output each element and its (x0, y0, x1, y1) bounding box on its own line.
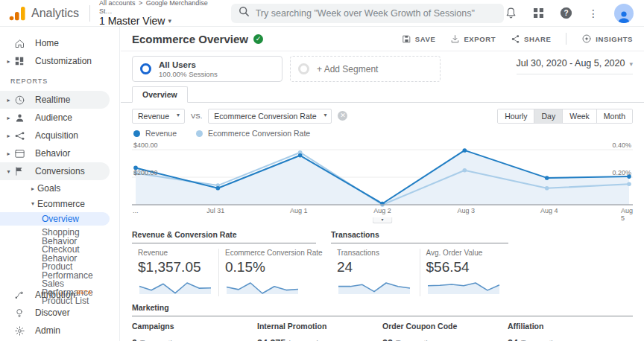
sidebar-item-checkout-behavior[interactable]: Checkout Behavior (0, 246, 113, 263)
search-input[interactable] (256, 8, 496, 19)
share-button[interactable]: SHARE (511, 34, 551, 44)
analytics-logo[interactable]: Analytics (9, 6, 79, 21)
attribution-icon (13, 289, 25, 301)
svg-text:?: ? (564, 9, 568, 17)
sidebar-item-acquisition[interactable]: ▸ Acquisition (0, 127, 119, 144)
y-axis-tick-left-400: $400.00 (133, 141, 158, 149)
admin-gear-icon (13, 325, 25, 337)
granularity-month[interactable]: Month (596, 109, 632, 123)
export-button[interactable]: EXPORT (450, 34, 496, 44)
apps-grid-icon[interactable] (531, 7, 545, 20)
marketing-col-order-coupon-code: Order Coupon Code 22Transactions $1,309.… (382, 322, 508, 341)
sidebar-item-realtime[interactable]: ▸ Realtime (0, 91, 110, 109)
timeseries-chart: $400.00 $200.00 0.40% 0.20% ... Jul 31 A… (132, 141, 633, 226)
sidebar-item-conversions[interactable]: ▾ Conversions (0, 162, 110, 180)
customization-icon (13, 55, 25, 67)
notifications-bell-icon[interactable] (504, 7, 517, 20)
sidebar: Home ▸ Customization REPORTS ▸ Realtime … (0, 27, 120, 341)
collapse-arrow-icon: ▾ (4, 168, 13, 175)
expand-arrow-icon: ▸ (28, 185, 37, 192)
primary-metric-select[interactable]: Revenue▾ (132, 109, 185, 124)
y-axis-tick-right-040: 0.40% (612, 141, 631, 149)
header-divider (89, 5, 90, 22)
sidebar-item-shopping-behavior[interactable]: Shopping Behavior (0, 229, 113, 246)
sidebar-item-audience[interactable]: ▸ Audience (0, 109, 119, 127)
beta-badge: BETA (77, 290, 92, 295)
account-switcher[interactable]: All accounts > Google Merchandise St… 1 … (99, 0, 218, 27)
scorecard-revenue[interactable]: Revenue $1,357.05 (132, 249, 218, 296)
realtime-clock-icon (13, 94, 25, 106)
scorecard-transactions[interactable]: Transactions 24 (331, 249, 420, 296)
x-tick: Aug 1 (290, 207, 308, 214)
search-icon (239, 6, 250, 20)
clear-metric-icon[interactable]: ✕ (338, 111, 347, 121)
vs-label: vs. (191, 112, 202, 120)
scorecards-section: Revenue & Conversion Rate Revenue $1,357… (132, 230, 633, 296)
expand-arrow-icon: ▸ (4, 97, 13, 103)
tab-overview[interactable]: Overview (132, 86, 188, 103)
expand-arrow-icon: ▸ (4, 150, 13, 157)
sparkline-chart (337, 277, 411, 296)
x-tick: Aug 5 (621, 207, 633, 222)
marketing-col-campaigns: Campaigns 0Transactions $0.00Revenue $0.… (132, 322, 257, 341)
expand-arrow-icon: ▸ (4, 133, 13, 139)
sidebar-item-product-performance[interactable]: Product Performance (0, 263, 113, 280)
sidebar-item-attribution[interactable]: Attribution BETA (0, 286, 119, 304)
search-bar[interactable] (231, 4, 504, 23)
chevron-down-icon: ▾ (323, 112, 326, 118)
marketing-col-affiliation: Affiliation 24Transactions $1,357.05Reve… (508, 322, 633, 341)
chevron-down-icon: ▾ (168, 16, 171, 27)
annotations-toggle-handle[interactable]: ▾ (373, 217, 393, 223)
secondary-metric-select[interactable]: Ecommerce Conversion Rate▾ (208, 109, 332, 124)
product-name: Analytics (31, 7, 79, 20)
insights-icon (581, 34, 592, 44)
sidebar-item-behavior[interactable]: ▸ Behavior (0, 144, 119, 162)
legend-conversion-rate[interactable]: Ecommerce Conversion Rate (196, 129, 310, 138)
scorecard-group-title: Revenue & Conversion Rate (132, 230, 316, 243)
add-segment-button[interactable]: + Add Segment (290, 56, 441, 82)
granularity-hourly[interactable]: Hourly (498, 109, 534, 123)
view-name: 1 Master View (99, 16, 165, 27)
actions-divider (566, 33, 566, 45)
segment-circle-icon (298, 63, 309, 74)
marketing-col-internal-promotion: Internal Promotion 24,375Impressions (257, 322, 382, 341)
x-tick: Aug 4 (540, 207, 558, 214)
x-tick: ... (133, 207, 139, 214)
legend-revenue[interactable]: Revenue (133, 129, 177, 138)
reports-section-label: REPORTS (0, 70, 119, 91)
audience-person-icon (13, 112, 25, 124)
chart-plot-area (132, 141, 633, 208)
sidebar-item-goals[interactable]: ▸ Goals (0, 180, 119, 197)
save-button[interactable]: SAVE (402, 34, 436, 44)
more-vertical-icon[interactable]: ⋮ (587, 7, 600, 20)
expand-arrow-icon: ▸ (4, 115, 13, 121)
sidebar-item-admin[interactable]: Admin (0, 322, 119, 340)
insights-button[interactable]: INSIGHTS (581, 34, 633, 44)
help-icon[interactable]: ? (559, 7, 572, 20)
expand-arrow-icon: ▸ (4, 58, 13, 65)
granularity-day[interactable]: Day (534, 109, 562, 123)
sidebar-item-ecommerce-overview[interactable]: Overview (0, 212, 110, 226)
date-range-picker[interactable]: Jul 30, 2020 - Aug 5, 2020▾ (517, 58, 633, 74)
save-icon (402, 34, 411, 44)
granularity-week[interactable]: Week (562, 109, 596, 123)
export-download-icon (450, 34, 460, 44)
scorecard-avg-order-value[interactable]: Avg. Order Value $56.54 (420, 249, 509, 296)
chevron-down-icon: ▾ (629, 60, 633, 68)
marketing-section: Marketing Campaigns 0Transactions $0.00R… (132, 303, 633, 341)
sidebar-item-home[interactable]: Home (0, 34, 119, 52)
x-axis-labels: ... Jul 31 Aug 1 Aug 2 Aug 3 Aug 4 Aug 5 (132, 207, 633, 216)
sidebar-item-ecommerce[interactable]: ▾ Ecommerce (0, 197, 119, 211)
user-avatar[interactable] (614, 4, 634, 23)
granularity-control: Hourly Day Week Month (497, 109, 633, 124)
page-title: Ecommerce Overview (132, 33, 248, 45)
sidebar-item-customization[interactable]: ▸ Customization (0, 52, 119, 70)
segment-circle-icon (140, 63, 151, 74)
marketing-title: Marketing (132, 303, 633, 316)
sparkline-chart (138, 277, 212, 296)
sidebar-item-discover[interactable]: Discover (0, 304, 119, 322)
scorecard-conversion-rate[interactable]: Ecommerce Conversion Rate 0.15% (218, 249, 329, 296)
segment-all-users[interactable]: All Users 100.00% Sessions (132, 56, 282, 82)
discover-lightbulb-icon (13, 307, 25, 319)
sparkline-chart (225, 277, 300, 296)
